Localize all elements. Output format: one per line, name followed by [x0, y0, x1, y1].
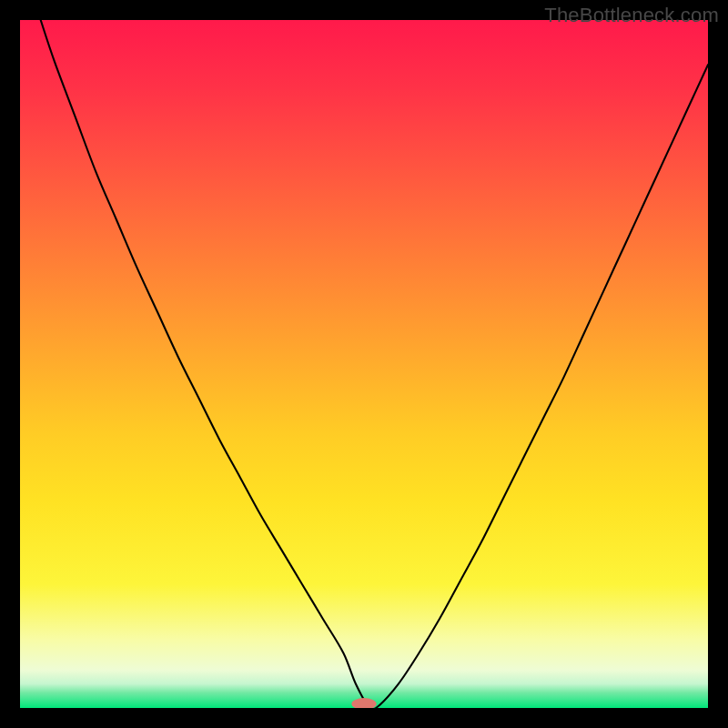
plot-area [20, 20, 708, 708]
chart-frame: TheBottleneck.com [0, 0, 728, 728]
bottleneck-chart-svg [20, 20, 708, 708]
watermark-label: TheBottleneck.com [544, 4, 719, 27]
gradient-backdrop [20, 20, 708, 708]
